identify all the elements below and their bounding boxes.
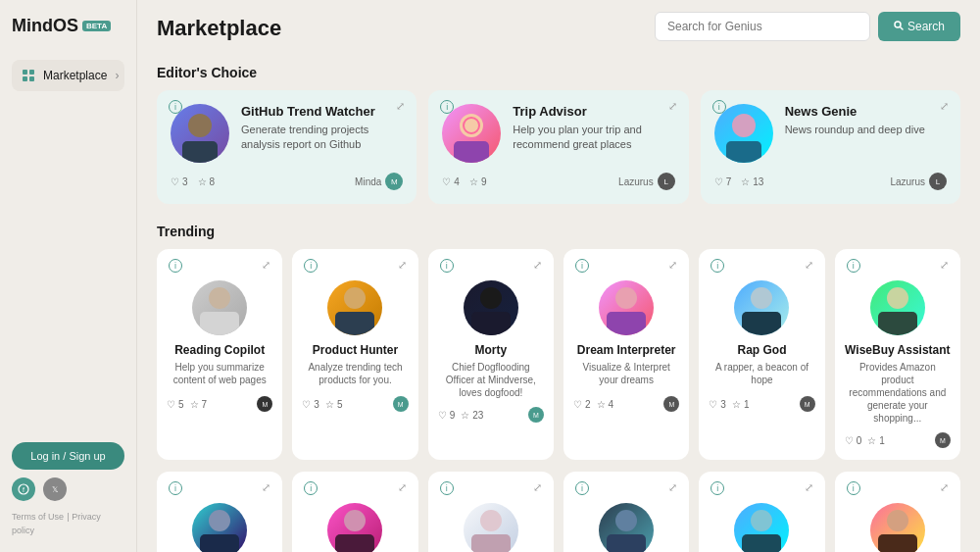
external-link-icon[interactable]: ⤢	[533, 259, 542, 272]
stars-count: 13	[753, 176, 763, 187]
terms-privacy: Terms of Use | Privacy policy	[12, 509, 124, 536]
svg-rect-35	[607, 534, 646, 552]
svg-rect-29	[200, 534, 239, 552]
search-button[interactable]: Search	[878, 12, 960, 41]
trend-card-king[interactable]: i ⤢ King DE Provide help a professional …	[157, 472, 282, 552]
svg-point-32	[480, 510, 502, 531]
trend-card-dream[interactable]: i ⤢ Dream Interpreter Visualize & Interp…	[564, 249, 689, 460]
card-footer: ♡ 2 ☆ 4 M	[573, 396, 679, 412]
trend-card-mewatch[interactable]: i ⤢ MeWatch Rep I'm a customer represent…	[428, 472, 554, 552]
info-icon[interactable]: i	[440, 100, 454, 114]
info-icon[interactable]: i	[440, 259, 454, 273]
heart-icon: ♡	[442, 176, 451, 187]
svg-text:𝕏: 𝕏	[52, 485, 59, 494]
external-link-icon[interactable]: ⤢	[940, 100, 949, 113]
trend-card-romance[interactable]: i ⤢ Dr. Romance Your dating advisor. ♡ 0…	[699, 472, 824, 552]
search-input[interactable]	[655, 12, 870, 41]
card-name: Morty	[474, 343, 507, 357]
svg-point-9	[188, 114, 212, 137]
external-link-icon[interactable]: ⤢	[668, 481, 677, 494]
info-icon[interactable]: i	[712, 100, 726, 114]
trend-card-web3[interactable]: i ⤢ Web3 Tutor Get real-time Crypto/NFT …	[292, 472, 417, 552]
svg-text:f: f	[23, 486, 24, 493]
likes-count: 7	[726, 176, 732, 187]
external-link-icon[interactable]: ⤢	[398, 481, 407, 494]
info-icon[interactable]: i	[169, 100, 182, 114]
info-icon[interactable]: i	[304, 259, 318, 273]
info-icon[interactable]: i	[847, 259, 860, 273]
trend-card-movie[interactable]: i ⤢ Movie Critique Recommend and review …	[835, 472, 960, 552]
card-top-icons: i	[304, 481, 318, 495]
sidebar-item-marketplace[interactable]: Marketplace ›	[12, 60, 124, 91]
external-link-icon[interactable]: ⤢	[668, 100, 677, 113]
svg-point-26	[887, 287, 908, 309]
likes-stat: ♡ 7	[714, 176, 732, 187]
store-icon	[22, 68, 35, 83]
external-link-icon[interactable]: ⤢	[398, 259, 407, 272]
external-link-icon[interactable]: ⤢	[396, 100, 405, 113]
external-link-icon[interactable]: ⤢	[668, 259, 677, 272]
info-icon[interactable]: i	[710, 481, 724, 495]
external-link-icon[interactable]: ⤢	[262, 481, 270, 494]
svg-point-16	[209, 287, 230, 309]
beta-badge: BETA	[82, 21, 111, 31]
card-stats: ♡ 4 ☆ 9	[442, 176, 486, 187]
author-avatar: M	[385, 173, 403, 190]
editor-card-trip[interactable]: i ⤢ Trip Advisor Help you plan your trip…	[428, 90, 688, 204]
info-icon[interactable]: i	[169, 259, 182, 273]
likes-stat: ♡ 3	[171, 176, 188, 187]
terms-link[interactable]: Terms of Use	[12, 512, 64, 522]
author-avatar: M	[257, 396, 272, 412]
external-link-icon[interactable]: ⤢	[805, 259, 813, 272]
card-inner: GitHub Trend Watcher Generate trending p…	[171, 104, 403, 163]
likes: ♡ 0	[845, 435, 862, 446]
card-stats: ♡ 9 ☆ 23	[438, 410, 484, 421]
social-icon-1[interactable]: f	[12, 477, 35, 501]
svg-rect-31	[335, 534, 374, 552]
star-icon: ☆	[741, 176, 750, 187]
card-title: Trip Advisor	[513, 104, 674, 119]
login-button[interactable]: Log in / Sign up	[12, 442, 124, 470]
info-icon[interactable]: i	[847, 481, 860, 495]
trend-card-wisebuy[interactable]: i ⤢ WiseBuy Assistant Provides Amazon pr…	[835, 249, 960, 460]
info-icon[interactable]: i	[169, 481, 182, 495]
card-name: Dream Interpreter	[577, 343, 676, 357]
card-desc: Analyze trending tech products for you.	[302, 361, 408, 388]
info-icon[interactable]: i	[304, 481, 318, 495]
trend-card-industry[interactable]: i ⤢ Industry Analyst Provide industry re…	[564, 472, 689, 552]
info-icon[interactable]: i	[575, 481, 589, 495]
editor-card-news[interactable]: i ⤢ News Genie News roundup and deep div…	[701, 90, 960, 204]
external-link-icon[interactable]: ⤢	[940, 259, 949, 272]
svg-rect-15	[726, 141, 761, 163]
svg-line-8	[900, 27, 903, 30]
external-link-icon[interactable]: ⤢	[262, 259, 270, 272]
card-top-icons: i	[712, 100, 726, 114]
trend-card-morty[interactable]: i ⤢ Morty Chief Dogflooding Officer at M…	[428, 249, 554, 460]
card-desc: Chief Dogflooding Officer at Mindverse, …	[438, 361, 544, 399]
info-icon[interactable]: i	[575, 259, 589, 273]
external-link-icon[interactable]: ⤢	[533, 481, 542, 494]
avatar-dream	[599, 280, 654, 335]
main-content: Marketplace Search Editor's Choice i ⤢	[137, 0, 980, 552]
author-avatar: L	[929, 173, 947, 190]
stars-count: 9	[481, 176, 487, 187]
svg-rect-21	[471, 312, 511, 335]
trend-card-reading[interactable]: i ⤢ Reading Copilot Help you summarize c…	[157, 249, 282, 460]
svg-rect-37	[742, 534, 781, 552]
social-icon-2[interactable]: 𝕏	[43, 477, 67, 501]
card-footer: ♡ 7 ☆ 13 Lazurus L	[714, 173, 947, 190]
editors-choice-title: Editor's Choice	[157, 65, 960, 80]
info-icon[interactable]: i	[710, 259, 724, 273]
external-link-icon[interactable]: ⤢	[940, 481, 949, 494]
trend-card-rap[interactable]: i ⤢ Rap God A rapper, a beacon of hope ♡…	[699, 249, 824, 460]
author-avatar: M	[800, 396, 815, 412]
svg-rect-33	[471, 534, 511, 552]
likes: ♡ 3	[709, 399, 726, 410]
card-top-icons: i	[575, 259, 589, 273]
info-icon[interactable]: i	[440, 481, 454, 495]
trend-card-product-hunter[interactable]: i ⤢ Product Hunter Analyze trending tech…	[292, 249, 417, 460]
card-desc: Help you summarize content of web pages	[167, 361, 272, 388]
editor-card-github[interactable]: i ⤢ GitHub Trend Watcher Generate trendi…	[157, 90, 416, 204]
external-link-icon[interactable]: ⤢	[805, 481, 813, 494]
card-title: News Genie	[785, 104, 925, 119]
